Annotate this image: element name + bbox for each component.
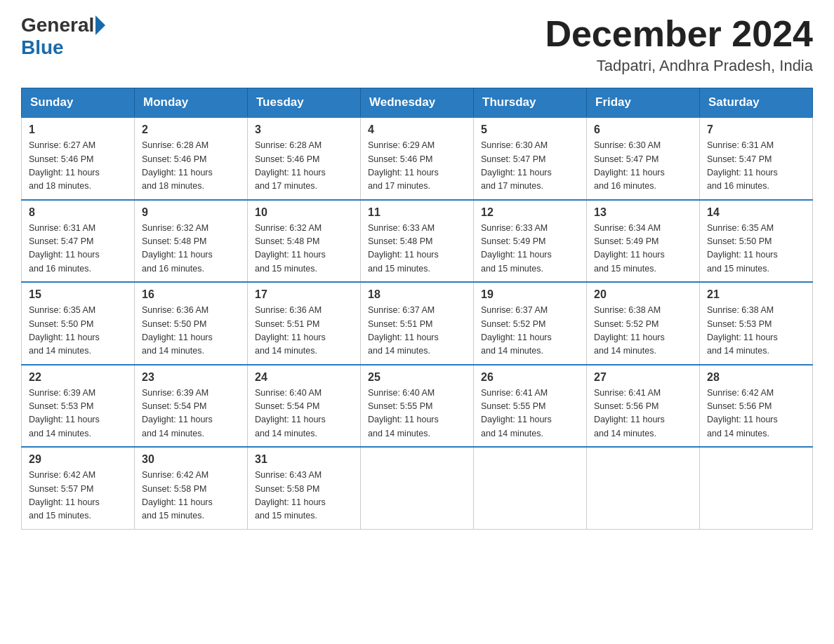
day-number: 2 <box>142 123 240 136</box>
day-number: 19 <box>481 288 579 301</box>
day-info: Sunrise: 6:30 AMSunset: 5:47 PMDaylight:… <box>481 139 579 194</box>
day-number: 25 <box>368 371 466 384</box>
day-info: Sunrise: 6:42 AMSunset: 5:57 PMDaylight:… <box>29 469 127 523</box>
calendar-cell: 9 Sunrise: 6:32 AMSunset: 5:48 PMDayligh… <box>135 200 248 283</box>
day-info: Sunrise: 6:33 AMSunset: 5:49 PMDaylight:… <box>481 222 579 276</box>
calendar-cell: 19 Sunrise: 6:37 AMSunset: 5:52 PMDaylig… <box>474 282 587 365</box>
day-info: Sunrise: 6:41 AMSunset: 5:55 PMDaylight:… <box>481 387 579 441</box>
day-number: 1 <box>29 123 127 136</box>
calendar-cell: 22 Sunrise: 6:39 AMSunset: 5:53 PMDaylig… <box>22 365 135 448</box>
day-info: Sunrise: 6:37 AMSunset: 5:51 PMDaylight:… <box>368 304 466 358</box>
day-info: Sunrise: 6:36 AMSunset: 5:51 PMDaylight:… <box>255 304 353 358</box>
day-header-friday: Friday <box>587 88 700 118</box>
calendar-week-row: 1 Sunrise: 6:27 AMSunset: 5:46 PMDayligh… <box>22 117 813 200</box>
calendar-cell: 11 Sunrise: 6:33 AMSunset: 5:48 PMDaylig… <box>361 200 474 283</box>
day-info: Sunrise: 6:40 AMSunset: 5:55 PMDaylight:… <box>368 387 466 441</box>
day-number: 27 <box>594 371 692 384</box>
calendar-cell: 21 Sunrise: 6:38 AMSunset: 5:53 PMDaylig… <box>700 282 813 365</box>
day-number: 5 <box>481 123 579 136</box>
calendar-cell: 15 Sunrise: 6:35 AMSunset: 5:50 PMDaylig… <box>22 282 135 365</box>
calendar-table: SundayMondayTuesdayWednesdayThursdayFrid… <box>21 88 813 530</box>
day-number: 4 <box>368 123 466 136</box>
calendar-cell: 7 Sunrise: 6:31 AMSunset: 5:47 PMDayligh… <box>700 117 813 200</box>
day-number: 31 <box>255 453 353 466</box>
calendar-cell: 1 Sunrise: 6:27 AMSunset: 5:46 PMDayligh… <box>22 117 135 200</box>
day-info: Sunrise: 6:29 AMSunset: 5:46 PMDaylight:… <box>368 139 466 194</box>
day-number: 30 <box>142 453 240 466</box>
calendar-cell: 29 Sunrise: 6:42 AMSunset: 5:57 PMDaylig… <box>22 447 135 529</box>
day-info: Sunrise: 6:27 AMSunset: 5:46 PMDaylight:… <box>29 139 127 194</box>
logo-blue-text: Blue <box>21 36 64 59</box>
month-title: December 2024 <box>545 14 813 54</box>
calendar-week-row: 8 Sunrise: 6:31 AMSunset: 5:47 PMDayligh… <box>22 200 813 283</box>
day-number: 12 <box>481 206 579 219</box>
calendar-cell: 10 Sunrise: 6:32 AMSunset: 5:48 PMDaylig… <box>248 200 361 283</box>
calendar-cell: 26 Sunrise: 6:41 AMSunset: 5:55 PMDaylig… <box>474 365 587 448</box>
calendar-cell <box>700 447 813 529</box>
day-info: Sunrise: 6:39 AMSunset: 5:53 PMDaylight:… <box>29 387 127 441</box>
calendar-cell: 17 Sunrise: 6:36 AMSunset: 5:51 PMDaylig… <box>248 282 361 365</box>
day-info: Sunrise: 6:32 AMSunset: 5:48 PMDaylight:… <box>142 222 240 276</box>
day-number: 8 <box>29 206 127 219</box>
calendar-cell: 8 Sunrise: 6:31 AMSunset: 5:47 PMDayligh… <box>22 200 135 283</box>
calendar-cell: 2 Sunrise: 6:28 AMSunset: 5:46 PMDayligh… <box>135 117 248 200</box>
calendar-cell <box>474 447 587 529</box>
day-number: 3 <box>255 123 353 136</box>
title-area: December 2024 Tadpatri, Andhra Pradesh, … <box>545 14 813 75</box>
day-header-tuesday: Tuesday <box>248 88 361 118</box>
calendar-week-row: 29 Sunrise: 6:42 AMSunset: 5:57 PMDaylig… <box>22 447 813 529</box>
day-number: 20 <box>594 288 692 301</box>
calendar-cell <box>361 447 474 529</box>
day-info: Sunrise: 6:40 AMSunset: 5:54 PMDaylight:… <box>255 387 353 441</box>
calendar-cell: 18 Sunrise: 6:37 AMSunset: 5:51 PMDaylig… <box>361 282 474 365</box>
day-number: 16 <box>142 288 240 301</box>
calendar-cell: 4 Sunrise: 6:29 AMSunset: 5:46 PMDayligh… <box>361 117 474 200</box>
day-info: Sunrise: 6:36 AMSunset: 5:50 PMDaylight:… <box>142 304 240 358</box>
day-info: Sunrise: 6:31 AMSunset: 5:47 PMDaylight:… <box>707 139 805 194</box>
calendar-week-row: 22 Sunrise: 6:39 AMSunset: 5:53 PMDaylig… <box>22 365 813 448</box>
page-header: General Blue December 2024 Tadpatri, And… <box>21 14 813 75</box>
days-header-row: SundayMondayTuesdayWednesdayThursdayFrid… <box>22 88 813 118</box>
day-number: 18 <box>368 288 466 301</box>
day-number: 17 <box>255 288 353 301</box>
calendar-cell: 3 Sunrise: 6:28 AMSunset: 5:46 PMDayligh… <box>248 117 361 200</box>
calendar-cell: 14 Sunrise: 6:35 AMSunset: 5:50 PMDaylig… <box>700 200 813 283</box>
day-header-thursday: Thursday <box>474 88 587 118</box>
day-info: Sunrise: 6:28 AMSunset: 5:46 PMDaylight:… <box>142 139 240 194</box>
calendar-cell: 20 Sunrise: 6:38 AMSunset: 5:52 PMDaylig… <box>587 282 700 365</box>
day-header-monday: Monday <box>135 88 248 118</box>
day-number: 21 <box>707 288 805 301</box>
calendar-week-row: 15 Sunrise: 6:35 AMSunset: 5:50 PMDaylig… <box>22 282 813 365</box>
day-number: 7 <box>707 123 805 136</box>
day-number: 9 <box>142 206 240 219</box>
calendar-cell: 24 Sunrise: 6:40 AMSunset: 5:54 PMDaylig… <box>248 365 361 448</box>
day-info: Sunrise: 6:34 AMSunset: 5:49 PMDaylight:… <box>594 222 692 276</box>
calendar-cell: 25 Sunrise: 6:40 AMSunset: 5:55 PMDaylig… <box>361 365 474 448</box>
calendar-cell: 6 Sunrise: 6:30 AMSunset: 5:47 PMDayligh… <box>587 117 700 200</box>
day-info: Sunrise: 6:38 AMSunset: 5:53 PMDaylight:… <box>707 304 805 358</box>
calendar-cell: 27 Sunrise: 6:41 AMSunset: 5:56 PMDaylig… <box>587 365 700 448</box>
day-number: 22 <box>29 371 127 384</box>
day-info: Sunrise: 6:41 AMSunset: 5:56 PMDaylight:… <box>594 387 692 441</box>
logo-general-text: General <box>21 14 94 36</box>
day-info: Sunrise: 6:37 AMSunset: 5:52 PMDaylight:… <box>481 304 579 358</box>
day-info: Sunrise: 6:35 AMSunset: 5:50 PMDaylight:… <box>29 304 127 358</box>
day-info: Sunrise: 6:30 AMSunset: 5:47 PMDaylight:… <box>594 139 692 194</box>
logo-arrow-icon <box>95 15 105 35</box>
calendar-cell: 12 Sunrise: 6:33 AMSunset: 5:49 PMDaylig… <box>474 200 587 283</box>
day-info: Sunrise: 6:42 AMSunset: 5:58 PMDaylight:… <box>142 469 240 523</box>
day-info: Sunrise: 6:32 AMSunset: 5:48 PMDaylight:… <box>255 222 353 276</box>
day-info: Sunrise: 6:42 AMSunset: 5:56 PMDaylight:… <box>707 387 805 441</box>
day-number: 24 <box>255 371 353 384</box>
day-number: 26 <box>481 371 579 384</box>
day-number: 15 <box>29 288 127 301</box>
calendar-cell <box>587 447 700 529</box>
calendar-cell: 13 Sunrise: 6:34 AMSunset: 5:49 PMDaylig… <box>587 200 700 283</box>
day-info: Sunrise: 6:28 AMSunset: 5:46 PMDaylight:… <box>255 139 353 194</box>
day-info: Sunrise: 6:38 AMSunset: 5:52 PMDaylight:… <box>594 304 692 358</box>
day-number: 23 <box>142 371 240 384</box>
day-number: 14 <box>707 206 805 219</box>
calendar-cell: 16 Sunrise: 6:36 AMSunset: 5:50 PMDaylig… <box>135 282 248 365</box>
calendar-cell: 23 Sunrise: 6:39 AMSunset: 5:54 PMDaylig… <box>135 365 248 448</box>
day-info: Sunrise: 6:43 AMSunset: 5:58 PMDaylight:… <box>255 469 353 523</box>
